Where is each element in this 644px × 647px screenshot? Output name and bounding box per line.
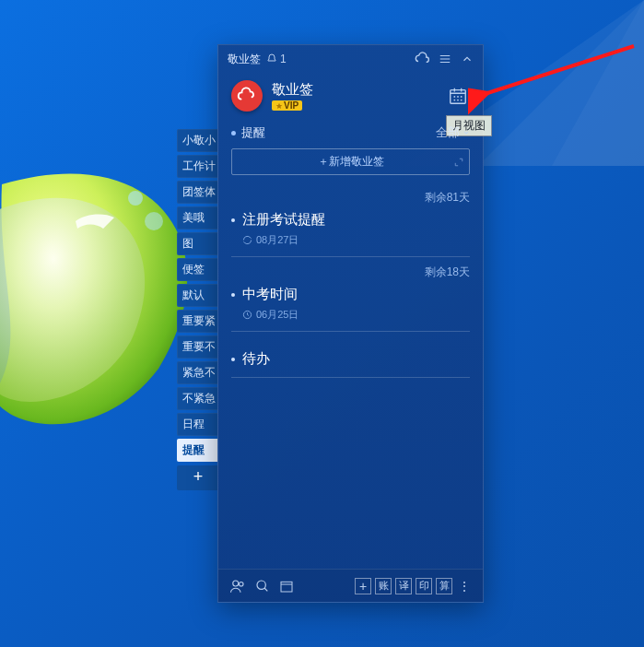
item-date: 08月27日 (242, 233, 470, 247)
reminder-item[interactable]: 剩余18天中考时间06月25日 (231, 257, 470, 332)
sidebar-tag[interactable]: 图 (177, 232, 219, 255)
svg-point-8 (461, 100, 463, 101)
sidebar-tag[interactable]: 默认 (177, 284, 219, 307)
svg-rect-13 (281, 582, 292, 592)
remaining-label: 剩余81天 (231, 190, 470, 206)
calendar-small-icon[interactable] (279, 579, 294, 594)
sidebar-tag[interactable]: 小敬小 (177, 129, 219, 152)
chevron-down-icon (463, 129, 470, 136)
cloud-sync-icon[interactable] (415, 52, 429, 66)
chevron-up-icon[interactable] (461, 53, 474, 65)
notification-indicator[interactable]: 1 (266, 53, 287, 65)
filter-dropdown[interactable]: 全部 (436, 124, 470, 141)
sidebar-tag[interactable]: 便签 (177, 258, 219, 281)
add-note-button[interactable]: ＋新增敬业签 (231, 148, 470, 175)
repeat-icon (242, 235, 252, 245)
brand-name: 敬业签 (272, 81, 313, 99)
expand-icon (454, 158, 463, 167)
contacts-icon[interactable] (229, 578, 246, 594)
svg-point-12 (257, 581, 265, 589)
svg-point-1 (145, 212, 163, 230)
item-date: 06月25日 (242, 308, 470, 322)
footer-bar: + 账译印算⋮ (218, 569, 483, 602)
search-icon[interactable] (255, 579, 270, 594)
sidebar-tag[interactable]: 团签体 (177, 181, 219, 204)
sidebar-tag[interactable]: 日程 (177, 413, 219, 436)
sidebar-tag[interactable]: 紧急不 (177, 361, 219, 384)
section-label: 提醒 (241, 124, 265, 141)
svg-point-11 (240, 582, 244, 586)
sidebar-tag[interactable]: 工作计 (177, 155, 219, 178)
svg-point-0 (128, 191, 143, 206)
footer-tool-button[interactable]: 算 (436, 578, 452, 594)
titlebar[interactable]: 敬业签 1 (218, 45, 483, 73)
footer-more-icon[interactable]: ⋮ (458, 579, 472, 594)
sidebar-tag[interactable]: 美哦 (177, 206, 219, 229)
menu-icon[interactable] (439, 53, 451, 65)
svg-point-10 (233, 581, 239, 586)
svg-point-7 (457, 100, 459, 101)
clock-icon (242, 310, 252, 320)
svg-point-3 (453, 96, 455, 98)
titlebar-app-name: 敬业签 (228, 52, 261, 67)
sidebar-tag[interactable]: 重要紧 (177, 310, 219, 333)
section-header: 提醒 全部 (218, 117, 483, 145)
item-title: 注册考试提醒 (231, 211, 470, 229)
vip-badge: VIP (272, 100, 302, 111)
footer-tool-button[interactable]: 账 (375, 578, 392, 594)
notification-count: 1 (280, 53, 287, 65)
footer-tool-button[interactable]: 印 (416, 578, 432, 594)
item-title: 待办 (231, 350, 470, 368)
svg-point-6 (453, 100, 455, 101)
svg-point-4 (457, 96, 459, 98)
calendar-icon (448, 86, 468, 106)
sidebar-tag[interactable]: 提醒 (177, 439, 219, 462)
reminder-item[interactable]: 待办 (231, 332, 470, 378)
sidebar-tag[interactable]: 不紧急 (177, 387, 219, 410)
brand-row: 敬业签 VIP 月视图 (218, 73, 483, 117)
brand-logo (231, 80, 263, 112)
bell-icon (266, 53, 277, 65)
sidebar-add-button[interactable]: + (177, 465, 219, 490)
sidebar-tag[interactable]: 重要不 (177, 335, 219, 359)
category-sidebar: 小敬小工作计团签体美哦图便签默认重要紧重要不紧急不不紧急日程提醒+ (177, 129, 219, 490)
item-title: 中考时间 (231, 286, 470, 303)
footer-tool-button[interactable]: 译 (395, 578, 412, 594)
section-dot-icon (231, 131, 236, 135)
app-window: 敬业签 1 敬业签 VIP (217, 44, 484, 603)
reminder-item[interactable]: 剩余81天注册考试提醒08月27日 (231, 182, 470, 257)
remaining-label: 剩余18天 (231, 265, 470, 280)
calendar-month-view-button[interactable]: 月视图 (446, 84, 470, 108)
reminder-list: 剩余81天注册考试提醒08月27日剩余18天中考时间06月25日待办 (218, 182, 483, 378)
footer-add-button[interactable]: + (355, 578, 371, 594)
svg-point-5 (461, 96, 463, 98)
